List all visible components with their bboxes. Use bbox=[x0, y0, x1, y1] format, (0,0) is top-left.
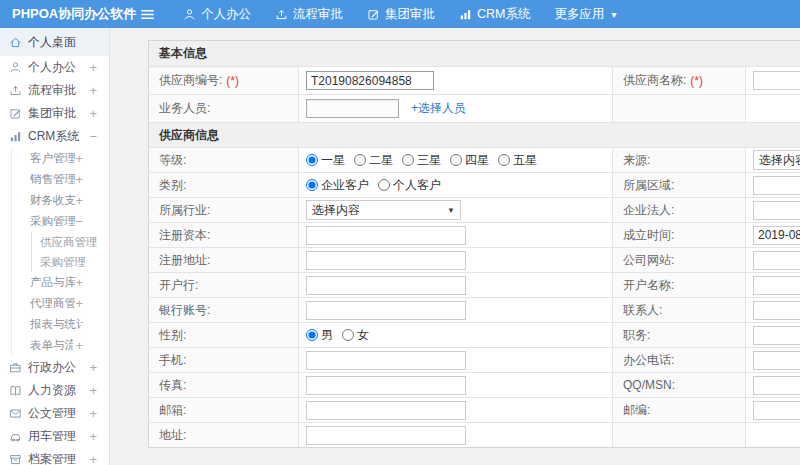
level-radios-option[interactable]: 二星 bbox=[354, 152, 393, 169]
expand-toggle[interactable]: + bbox=[89, 83, 97, 98]
nav-item-label: 集团审批 bbox=[385, 6, 435, 23]
level-radios-option[interactable]: 五星 bbox=[498, 152, 537, 169]
nav-item-personal-office[interactable]: 个人办公 bbox=[183, 6, 251, 23]
field-label: 注册地址: bbox=[159, 252, 210, 269]
level-radios-option[interactable]: 一星 bbox=[306, 152, 345, 169]
sidebar-item-reports-statistics[interactable]: 报表与统计 bbox=[12, 314, 109, 335]
sidebar-item-group-approval[interactable]: 集团审批+ bbox=[0, 102, 109, 125]
sidebar-item-agent-management[interactable]: 代理商管理+ bbox=[12, 293, 109, 314]
nav-item-group-approval[interactable]: 集团审批 bbox=[367, 6, 435, 23]
sidebar-item-vehicle-management[interactable]: 用车管理+ bbox=[0, 425, 109, 448]
sidebar-item-customer-management[interactable]: 客户管理+ bbox=[12, 148, 109, 169]
level-radios-option[interactable]: 四星 bbox=[450, 152, 489, 169]
select-staff-link[interactable]: +选择人员 bbox=[411, 100, 466, 117]
menu-icon[interactable] bbox=[140, 7, 155, 22]
expand-toggle[interactable]: + bbox=[89, 60, 97, 75]
field-label-cell: 成立时间: bbox=[612, 223, 745, 247]
sidebar-item-official-document-management[interactable]: 公文管理+ bbox=[0, 402, 109, 425]
email-input[interactable] bbox=[306, 401, 466, 420]
source-select[interactable]: 选择内容▼ bbox=[753, 150, 800, 170]
expand-toggle[interactable]: + bbox=[75, 172, 83, 187]
postcode-input[interactable] bbox=[753, 401, 800, 420]
expand-toggle[interactable]: + bbox=[89, 429, 97, 444]
expand-toggle[interactable]: + bbox=[89, 406, 97, 421]
category-radios-radio[interactable] bbox=[378, 179, 390, 191]
sidebar-item-purchasing-management[interactable]: 采购管理 bbox=[32, 252, 109, 272]
level-radios-radio[interactable] bbox=[498, 154, 510, 166]
expand-toggle[interactable]: + bbox=[89, 106, 97, 121]
level-radios-radio[interactable] bbox=[354, 154, 366, 166]
legal-person-input[interactable] bbox=[753, 201, 800, 220]
level-radios-radio[interactable] bbox=[450, 154, 462, 166]
sidebar-item-purchase-management[interactable]: 采购管理− bbox=[12, 211, 109, 232]
home-icon bbox=[9, 36, 22, 49]
level-radios-radio[interactable] bbox=[306, 154, 318, 166]
registered-capital-input[interactable] bbox=[306, 226, 466, 245]
region-input[interactable] bbox=[753, 176, 800, 195]
qq-msn-input[interactable] bbox=[753, 376, 800, 395]
gender-radios-radio[interactable] bbox=[306, 329, 318, 341]
form-row: 开户行:开户名称: bbox=[149, 272, 800, 297]
fax-input[interactable] bbox=[306, 376, 466, 395]
supplier-code-input[interactable] bbox=[306, 71, 434, 90]
registered-address-input[interactable] bbox=[306, 251, 466, 270]
bank-branch-input[interactable] bbox=[306, 276, 466, 295]
gender-radios-option[interactable]: 男 bbox=[306, 327, 333, 344]
gender-radios-radio[interactable] bbox=[342, 329, 354, 341]
category-radios-radio[interactable] bbox=[306, 179, 318, 191]
expand-toggle[interactable]: + bbox=[75, 338, 83, 353]
expand-toggle[interactable]: + bbox=[89, 452, 97, 465]
level-radios-option[interactable]: 三星 bbox=[402, 152, 441, 169]
sidebar-item-workflow-approval[interactable]: 流程审批+ bbox=[0, 79, 109, 102]
sidebar-item-personal-office[interactable]: 个人办公+ bbox=[0, 56, 109, 79]
radio-label: 个人客户 bbox=[393, 177, 441, 194]
sidebar-item-finance-income-expense[interactable]: 财务收支+ bbox=[12, 190, 109, 211]
sidebar-item-administrative-office[interactable]: 行政办公+ bbox=[0, 356, 109, 379]
sidebar-item-human-resources[interactable]: 人力资源+ bbox=[0, 379, 109, 402]
sidebar-item-supplier-management[interactable]: 供应商管理 bbox=[32, 232, 109, 252]
category-radios-option[interactable]: 企业客户 bbox=[306, 177, 369, 194]
category-radios-option[interactable]: 个人客户 bbox=[378, 177, 441, 194]
nav-item-more-apps[interactable]: 更多应用▾ bbox=[554, 6, 616, 23]
supplier-name-input[interactable] bbox=[753, 71, 800, 90]
sidebar-item-personal-desktop[interactable]: 个人桌面 bbox=[0, 28, 109, 56]
expand-toggle[interactable]: − bbox=[89, 129, 97, 144]
sidebar-item-product-inventory[interactable]: 产品与库存+ bbox=[12, 272, 109, 293]
expand-toggle[interactable]: + bbox=[75, 193, 83, 208]
bank-account-input[interactable] bbox=[306, 301, 466, 320]
account-name-input[interactable] bbox=[753, 276, 800, 295]
expand-toggle[interactable]: + bbox=[75, 151, 83, 166]
gender-radios-option[interactable]: 女 bbox=[342, 327, 369, 344]
expand-toggle[interactable]: − bbox=[75, 214, 83, 229]
section-title: 基本信息 bbox=[159, 46, 207, 60]
contact-person-input[interactable] bbox=[753, 301, 800, 320]
sidebar-item-crm-system[interactable]: CRM系统− bbox=[0, 125, 109, 148]
sidebar-item-label: 供应商管理 bbox=[40, 235, 98, 250]
field-cell bbox=[298, 298, 612, 322]
field-label-cell: 业务人员: bbox=[149, 95, 298, 122]
field-label-cell: 所属区域: bbox=[612, 173, 745, 197]
expand-toggle[interactable]: + bbox=[75, 275, 83, 290]
level-radios-radio[interactable] bbox=[402, 154, 414, 166]
sidebar-item-form-workflow-settings[interactable]: 表单与流程设置+ bbox=[12, 335, 109, 356]
business-staff-input[interactable] bbox=[306, 99, 399, 118]
position-input[interactable] bbox=[753, 326, 800, 345]
industry-select[interactable]: 选择内容▼ bbox=[306, 200, 461, 220]
sidebar-item-sales-management[interactable]: 销售管理+ bbox=[12, 169, 109, 190]
office-phone-input[interactable] bbox=[753, 351, 800, 370]
field-label-cell: 开户名称: bbox=[612, 273, 745, 297]
expand-toggle[interactable]: + bbox=[89, 360, 97, 375]
sidebar-item-label: 个人办公 bbox=[28, 59, 76, 76]
sidebar-item-label: 集团审批 bbox=[28, 105, 76, 122]
field-label-cell: 类别: bbox=[149, 173, 298, 197]
sidebar-item-archive-management[interactable]: 档案管理+ bbox=[0, 448, 109, 465]
expand-toggle[interactable]: + bbox=[75, 296, 83, 311]
address-input[interactable] bbox=[306, 426, 466, 445]
founding-date-input[interactable] bbox=[753, 226, 800, 245]
expand-toggle[interactable]: + bbox=[89, 383, 97, 398]
field-label: 联系人: bbox=[623, 302, 662, 319]
nav-item-workflow-approval[interactable]: 流程审批 bbox=[275, 6, 343, 23]
company-website-input[interactable] bbox=[753, 251, 800, 270]
mobile-input[interactable] bbox=[306, 351, 466, 370]
nav-item-crm-system[interactable]: CRM系统 bbox=[459, 6, 530, 23]
